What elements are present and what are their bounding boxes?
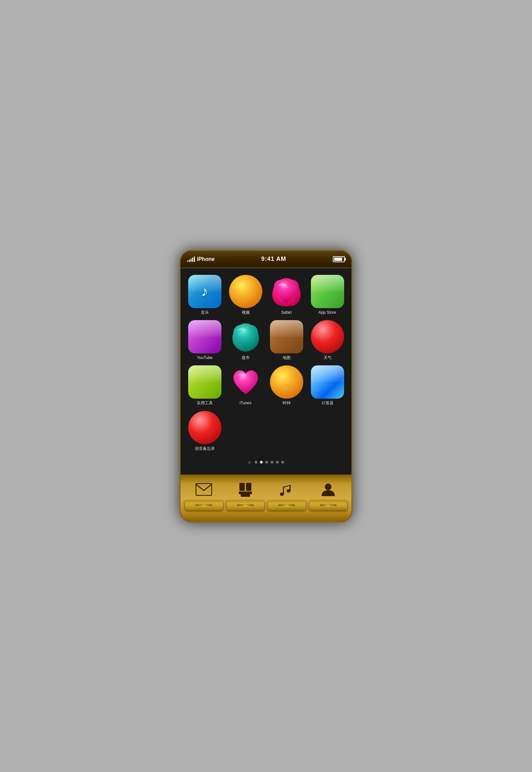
empty-cell-3 (309, 411, 346, 451)
dock-button-mail[interactable] (185, 500, 223, 511)
page-dot-1[interactable] (255, 461, 257, 463)
app-label-youtube: YouTube (197, 355, 212, 360)
app-item-maps[interactable]: 地图 (268, 320, 305, 360)
dock-button-itunes[interactable] (226, 500, 265, 511)
app-label-weather: 天气 (324, 355, 332, 360)
dock (181, 474, 351, 521)
signal-bar-1 (187, 261, 188, 262)
dock-button-contacts[interactable] (309, 500, 348, 511)
dock-item-contacts[interactable] (309, 480, 348, 511)
app-label-utilities: 实用工具 (197, 401, 213, 405)
app-item-itunes[interactable]: iTunes (227, 365, 264, 405)
svg-rect-1 (239, 483, 245, 491)
main-screen: ♪ 音乐 视频 (181, 268, 351, 474)
app-label-safari: Safari (281, 310, 292, 315)
app-item-clock[interactable]: 时钟 (268, 365, 305, 405)
dock-item-itunes[interactable] (226, 480, 265, 511)
empty-cell-1 (227, 411, 264, 451)
dock-icons (185, 480, 347, 511)
app-item-safari[interactable]: Safari (268, 275, 305, 315)
app-item-utilities[interactable]: 实用工具 (186, 365, 223, 405)
svg-rect-2 (246, 483, 251, 491)
app-item-music[interactable]: ♪ 音乐 (186, 275, 223, 315)
page-dot-4[interactable] (271, 461, 273, 463)
search-indicator: ○ (248, 459, 251, 465)
app-label-clock: 时钟 (283, 401, 291, 405)
app-label-video: 视频 (242, 310, 250, 315)
carrier-name: iPhone (197, 256, 214, 262)
app-item-youtube[interactable]: YouTube (186, 320, 223, 360)
app-item-video[interactable]: 视频 (227, 275, 264, 315)
app-item-appstore[interactable]: App Store (309, 275, 346, 315)
app-label-calculator: 计算器 (322, 401, 333, 405)
svg-rect-0 (196, 483, 212, 495)
svg-point-5 (325, 483, 332, 490)
app-item-calculator[interactable]: 计算器 (309, 365, 346, 405)
battery-icon (333, 256, 345, 262)
dock-button-handle-contacts (320, 504, 336, 506)
app-grid: ♪ 音乐 视频 (186, 275, 346, 451)
clock-display: 9:41 AM (261, 256, 286, 263)
dock-button-music[interactable] (267, 500, 306, 511)
signal-bar-2 (189, 260, 190, 262)
app-item-weather[interactable]: 天气 (309, 320, 346, 360)
battery-fill (334, 258, 342, 261)
page-dot-3[interactable] (265, 461, 268, 463)
signal-bar-5 (194, 257, 195, 262)
dock-button-handle-itunes (237, 504, 254, 506)
app-label-itunes: iTunes (240, 401, 252, 405)
app-label-maps: 地图 (283, 355, 291, 360)
status-left: iPhone (187, 256, 214, 262)
app-label-music: 音乐 (201, 310, 209, 315)
stocks-icon (231, 322, 261, 352)
page-dot-2[interactable] (260, 461, 263, 463)
music-dock-icon (277, 480, 297, 499)
dock-item-mail[interactable] (185, 480, 223, 511)
page-dot-6[interactable] (281, 461, 284, 463)
dock-button-handle-music (278, 504, 295, 506)
itunes-icon (231, 367, 261, 397)
mail-icon (194, 480, 214, 499)
signal-bar-3 (191, 259, 192, 262)
svg-rect-4 (241, 494, 250, 497)
app-item-voicememo[interactable]: 语音备忘录 (186, 411, 223, 451)
signal-bar-4 (192, 258, 193, 262)
status-bar: iPhone 9:41 AM (181, 251, 351, 268)
contacts-icon (318, 480, 338, 499)
safari-icon (271, 277, 302, 307)
app-item-stocks[interactable]: 股市 (227, 320, 264, 360)
page-indicators: ○ (186, 456, 346, 468)
page-dot-5[interactable] (276, 461, 279, 463)
dock-item-music[interactable] (267, 480, 306, 511)
app-label-appstore: App Store (319, 310, 336, 315)
signal-bars (187, 257, 195, 262)
phone-frame: iPhone 9:41 AM ♪ 音乐 视频 (180, 250, 352, 522)
app-label-stocks: 股市 (242, 355, 250, 360)
dock-button-handle-mail (196, 504, 212, 506)
svg-rect-3 (239, 491, 252, 494)
app-label-voicememo: 语音备忘录 (195, 446, 215, 451)
empty-cell-2 (268, 411, 305, 451)
itunes-dock-icon (235, 480, 255, 499)
